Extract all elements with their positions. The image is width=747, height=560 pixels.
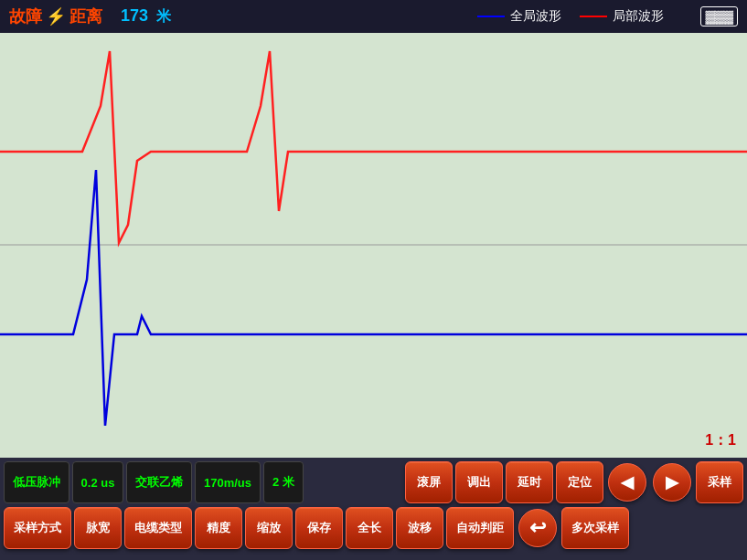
chart-area: 1：1	[0, 33, 747, 458]
local-waveform-line	[580, 16, 607, 17]
cable-type-info: 交联乙烯	[126, 461, 192, 503]
next-button[interactable]: ▶	[653, 463, 691, 502]
title-text: 故障	[9, 5, 42, 27]
pulse-width-button[interactable]: 脉宽	[74, 507, 122, 549]
speed-info: 170m/us	[195, 461, 261, 503]
scale-label: 1：1	[705, 431, 736, 450]
full-length-button[interactable]: 全长	[346, 507, 393, 549]
mode-info: 低压脉冲	[4, 461, 69, 503]
app-title: 故障 ⚡ 距离	[9, 5, 102, 27]
delay-button[interactable]: 延时	[506, 461, 553, 503]
waveform-svg	[0, 33, 747, 458]
pulse-width-info: 0.2 us	[72, 461, 123, 503]
sample-button[interactable]: 采样	[696, 461, 743, 503]
distance-label: 距离	[69, 5, 102, 27]
back-button[interactable]: ↩	[518, 509, 557, 547]
global-waveform-legend: 全局波形	[477, 8, 561, 25]
cable-type-button[interactable]: 电缆类型	[124, 507, 192, 549]
lightning-icon: ⚡	[46, 6, 66, 26]
local-waveform-legend: 局部波形	[580, 8, 664, 25]
multi-sample-button[interactable]: 多次采样	[561, 507, 629, 549]
sample-mode-button[interactable]: 采样方式	[4, 507, 71, 549]
global-waveform-line	[477, 16, 505, 17]
save-button[interactable]: 保存	[295, 507, 343, 549]
zoom-button[interactable]: 缩放	[245, 507, 293, 549]
prev-button[interactable]: ◀	[608, 463, 646, 502]
controls-panel: 低压脉冲 0.2 us 交联乙烯 170m/us 2 米 滚屏 调出 延时 定位…	[0, 458, 747, 560]
distance-value: 173 米	[121, 6, 171, 26]
header: 故障 ⚡ 距离 173 米 全局波形 局部波形 ▓▓▓	[0, 0, 747, 33]
meter-info: 2 米	[263, 461, 304, 503]
controls-row-2: 采样方式 脉宽 电缆类型 精度 缩放 保存 全长 波移 自动判距 ↩ 多次采样	[4, 507, 743, 549]
wave-shift-button[interactable]: 波移	[396, 507, 443, 549]
scroll-button[interactable]: 滚屏	[405, 461, 453, 503]
legend: 全局波形 局部波形	[477, 8, 664, 25]
auto-detect-button[interactable]: 自动判距	[446, 507, 514, 549]
recall-button[interactable]: 调出	[455, 461, 503, 503]
controls-row-1: 低压脉冲 0.2 us 交联乙烯 170m/us 2 米 滚屏 调出 延时 定位…	[4, 461, 743, 503]
precision-button[interactable]: 精度	[195, 507, 242, 549]
battery-icon: ▓▓▓	[700, 6, 738, 26]
locate-button[interactable]: 定位	[556, 461, 603, 503]
